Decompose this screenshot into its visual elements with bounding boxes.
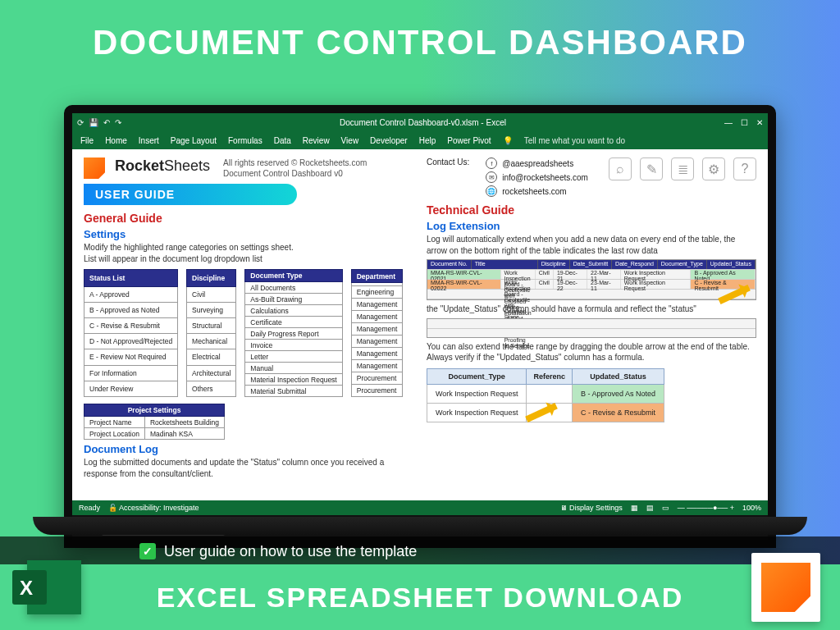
settings-heading: Settings bbox=[84, 228, 413, 240]
excel-window: ⟳ 💾 ↶ ↷ Document Control Dashboard-v0.xl… bbox=[72, 113, 768, 540]
autosave-icon[interactable]: ⟳ bbox=[77, 118, 84, 127]
brand-name: RocketSheets bbox=[115, 158, 210, 174]
overlay-caption: ✓ User guide on how to use the template bbox=[0, 536, 840, 566]
footer-band: EXCEL SPREADSHEET DOWNLOAD bbox=[0, 564, 840, 630]
document-log-text: Log the submitted documents and update t… bbox=[84, 457, 413, 479]
tell-me-icon[interactable]: 💡 bbox=[503, 136, 513, 145]
tab-view[interactable]: View bbox=[341, 136, 359, 145]
contact-fb: @aaespreadsheets bbox=[502, 159, 573, 168]
settings-text: Modify the highlighted range categories … bbox=[84, 242, 413, 264]
gear-icon[interactable]: ⚙ bbox=[702, 158, 725, 180]
banner-title: DOCUMENT CONTROL DASHBOARD bbox=[0, 0, 840, 82]
laptop-base bbox=[33, 517, 807, 535]
edit-icon[interactable]: ✎ bbox=[640, 158, 663, 180]
tab-help[interactable]: Help bbox=[419, 136, 436, 145]
status-list-table: Status List A - Approved B - Approved as… bbox=[84, 269, 178, 397]
maximize-button[interactable]: ☐ bbox=[741, 118, 748, 127]
rocketsheets-badge-icon bbox=[751, 553, 820, 622]
laptop: ⟳ 💾 ↶ ↷ Document Control Dashboard-v0.xl… bbox=[64, 105, 776, 548]
tab-file[interactable]: File bbox=[80, 136, 94, 145]
update-status-preview bbox=[427, 318, 756, 338]
document-type-table: Document Type All Documents As-Built Dra… bbox=[244, 269, 342, 397]
view-normal-icon[interactable]: ▦ bbox=[631, 504, 638, 512]
contact-mail: info@rocketsheets.com bbox=[502, 173, 588, 182]
redo-icon[interactable]: ↷ bbox=[115, 118, 121, 127]
minimize-button[interactable]: — bbox=[724, 118, 733, 127]
extend-table-text: You can also extend the table range by d… bbox=[427, 341, 756, 363]
statusbar: Ready 🔓 Accessibility: Investigate 🖥 Dis… bbox=[72, 500, 768, 515]
tell-me-input[interactable]: Tell me what you want to do bbox=[524, 136, 625, 145]
tab-insert[interactable]: Insert bbox=[139, 136, 159, 145]
contact-label: Contact Us: bbox=[427, 158, 469, 167]
project-settings-table: Project Settings Project NameRocketsheet… bbox=[84, 404, 225, 440]
status-accessibility[interactable]: 🔓 Accessibility: Investigate bbox=[108, 504, 199, 512]
window-title: Document Control Dashboard-v0.xlsm - Exc… bbox=[340, 118, 506, 127]
product-text: Document Control Dashboard v0 bbox=[223, 168, 367, 179]
mail-icon[interactable]: ✉ bbox=[486, 171, 497, 183]
technical-guide-heading: Technical Guide bbox=[427, 203, 756, 217]
contact-web: rocketsheets.com bbox=[502, 187, 566, 196]
log-extension-heading: Log Extension bbox=[427, 220, 756, 232]
zoom-slider[interactable]: — ─────●── + bbox=[678, 504, 734, 512]
list-icon[interactable]: ≣ bbox=[671, 158, 694, 180]
log-extension-text: Log will automatically extend when you a… bbox=[427, 234, 756, 256]
ribbon-tabs: File Home Insert Page Layout Formulas Da… bbox=[72, 131, 768, 149]
department-table: Department Engineering Management Manage… bbox=[351, 269, 404, 397]
tab-formulas[interactable]: Formulas bbox=[228, 136, 262, 145]
log-extension-preview: Document No.Title DisciplineDate_Submitt… bbox=[427, 259, 756, 300]
dashboard-icon[interactable]: ⌕ bbox=[609, 158, 632, 180]
tab-data[interactable]: Data bbox=[274, 136, 291, 145]
status-ready: Ready bbox=[79, 504, 100, 512]
tab-developer[interactable]: Developer bbox=[370, 136, 408, 145]
globe-icon[interactable]: 🌐 bbox=[486, 185, 497, 197]
update-status-text: the "Update_Status" column should have a… bbox=[427, 304, 756, 315]
zoom-level[interactable]: 100% bbox=[742, 504, 761, 512]
discipline-table: Discipline Civil Surveying Structural Me… bbox=[186, 269, 236, 397]
titlebar: ⟳ 💾 ↶ ↷ Document Control Dashboard-v0.xl… bbox=[72, 113, 768, 131]
user-guide-tab[interactable]: USER GUIDE bbox=[84, 184, 297, 205]
tab-home[interactable]: Home bbox=[105, 136, 127, 145]
undo-icon[interactable]: ↶ bbox=[103, 118, 110, 127]
view-page-icon[interactable]: ▤ bbox=[646, 504, 654, 512]
facebook-icon[interactable]: f bbox=[486, 158, 497, 169]
tab-review[interactable]: Review bbox=[303, 136, 330, 145]
document-log-heading: Document Log bbox=[84, 443, 413, 455]
save-icon[interactable]: 💾 bbox=[89, 118, 98, 127]
tab-power-pivot[interactable]: Power Pivot bbox=[447, 136, 491, 145]
help-icon[interactable]: ? bbox=[733, 158, 756, 180]
rights-text: All rights reserved © Rocketsheets.com bbox=[223, 158, 367, 168]
excel-logo-icon: X bbox=[20, 553, 89, 622]
check-icon: ✓ bbox=[139, 543, 156, 559]
general-guide-heading: General Guide bbox=[84, 212, 413, 225]
display-settings[interactable]: 🖥 Display Settings bbox=[560, 504, 623, 512]
tab-page-layout[interactable]: Page Layout bbox=[171, 136, 217, 145]
close-button[interactable]: ✕ bbox=[756, 118, 763, 127]
rocketsheets-logo-icon bbox=[84, 158, 105, 179]
view-break-icon[interactable]: ▭ bbox=[662, 504, 669, 512]
